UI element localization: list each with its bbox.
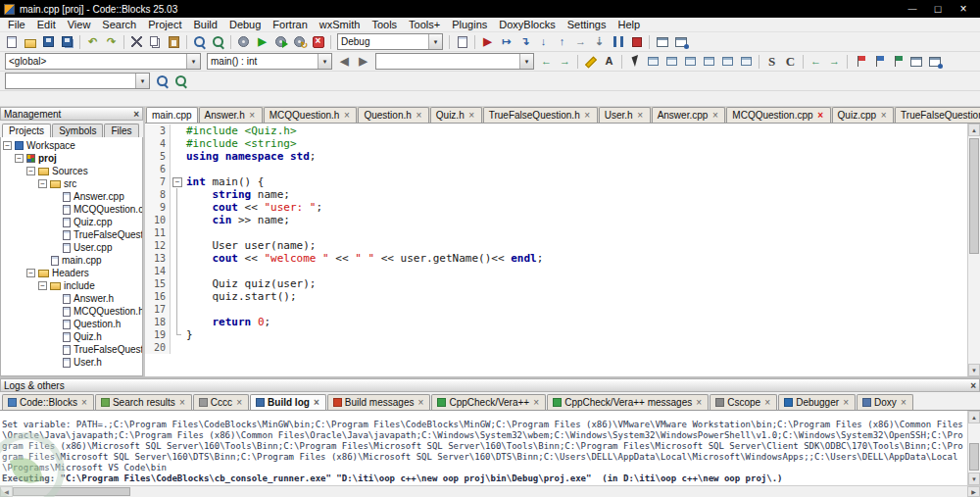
line-number[interactable]: 3 bbox=[145, 124, 171, 137]
wxsmith-widget-1-button[interactable] bbox=[644, 53, 662, 71]
tree-expander-icon[interactable]: − bbox=[26, 167, 35, 175]
line-number[interactable]: 17 bbox=[145, 303, 171, 316]
bookmarks-menu-button[interactable] bbox=[925, 53, 944, 71]
highlight-occurrences-button[interactable] bbox=[581, 53, 600, 71]
tab-close-icon[interactable] bbox=[583, 111, 592, 120]
break-debugger-button[interactable] bbox=[609, 33, 627, 51]
maximize-button[interactable] bbox=[925, 0, 951, 18]
line-number[interactable]: 5 bbox=[145, 150, 171, 163]
menu-item-settings[interactable]: Settings bbox=[562, 19, 612, 30]
wxsmith-widget-3-button[interactable] bbox=[681, 53, 700, 71]
tree-expander-icon[interactable]: − bbox=[15, 154, 24, 163]
code-line[interactable]: 9 cout << "user: "; bbox=[145, 201, 967, 214]
line-number[interactable]: 16 bbox=[145, 290, 171, 303]
code-line[interactable]: 14 bbox=[145, 265, 967, 277]
goto-prev-function-button[interactable]: ◀ bbox=[335, 53, 354, 71]
goto-next-function-button[interactable]: ▶ bbox=[354, 53, 372, 71]
code-line[interactable]: 6 bbox=[145, 163, 967, 175]
save-button[interactable] bbox=[39, 33, 58, 51]
tab-close-icon[interactable] bbox=[763, 399, 771, 407]
find-button[interactable] bbox=[190, 33, 209, 51]
tab-close-icon[interactable] bbox=[900, 399, 907, 407]
run-to-cursor-button[interactable]: ↦ bbox=[497, 33, 515, 51]
management-tab-files[interactable]: Files bbox=[104, 124, 138, 137]
menu-item-edit[interactable]: Edit bbox=[31, 19, 62, 30]
tab-close-icon[interactable] bbox=[416, 399, 424, 407]
rebuild-button[interactable] bbox=[290, 33, 309, 51]
line-number[interactable]: 13 bbox=[145, 252, 171, 265]
tree-item-sources[interactable]: −Sources bbox=[1, 165, 142, 177]
scrollbar-thumb[interactable] bbox=[969, 138, 979, 254]
scroll-right-icon[interactable] bbox=[967, 486, 980, 497]
fold-margin[interactable] bbox=[171, 175, 182, 188]
dropdown-arrow-icon[interactable] bbox=[519, 54, 533, 69]
line-number[interactable]: 7 bbox=[145, 175, 171, 188]
management-tab-symbols[interactable]: Symbols bbox=[52, 124, 103, 137]
menu-item-tools[interactable]: Tools bbox=[366, 19, 403, 30]
horizontal-scrollbar[interactable] bbox=[0, 485, 980, 497]
tab-close-icon[interactable] bbox=[342, 111, 351, 120]
line-number[interactable]: 8 bbox=[145, 188, 171, 201]
editor-tab-mcqquestion-cpp[interactable]: MCQQuestion.cpp bbox=[726, 107, 830, 123]
next-instruction-button[interactable]: → bbox=[571, 33, 590, 51]
tree-item-answer-h[interactable]: Answer.h bbox=[1, 292, 142, 305]
code-line[interactable]: 8 string name; bbox=[145, 188, 967, 201]
goto-implementation-button[interactable]: → bbox=[556, 53, 574, 71]
log-tab-cppcheck-vera[interactable]: CppCheck/Vera++ bbox=[431, 394, 546, 410]
scroll-up-icon[interactable] bbox=[968, 411, 980, 423]
tab-close-icon[interactable] bbox=[636, 111, 645, 120]
replace-button[interactable] bbox=[209, 33, 227, 51]
menu-item-file[interactable]: File bbox=[2, 19, 31, 30]
function-combo[interactable]: main() : int bbox=[207, 53, 332, 70]
tree-item-proj[interactable]: −proj bbox=[1, 152, 142, 165]
tree-item-include[interactable]: −include bbox=[1, 279, 142, 292]
line-number[interactable]: 18 bbox=[145, 316, 171, 328]
tab-close-icon[interactable] bbox=[710, 111, 719, 120]
tree-expander-icon[interactable]: − bbox=[38, 179, 47, 188]
code-completion-combo[interactable] bbox=[375, 53, 534, 70]
tree-item-question-h[interactable]: Question.h bbox=[1, 318, 142, 330]
menu-item-debug[interactable]: Debug bbox=[223, 19, 267, 30]
menu-item-wxsmith[interactable]: wxSmith bbox=[314, 19, 367, 30]
line-number[interactable]: 20 bbox=[145, 341, 171, 354]
jump-back-button[interactable]: ← bbox=[807, 53, 825, 71]
wxsmith-widget-2-button[interactable] bbox=[662, 53, 681, 71]
code-line[interactable]: 12 User user(name); bbox=[145, 239, 967, 252]
tab-close-icon[interactable] bbox=[467, 111, 476, 120]
search-options-button[interactable] bbox=[172, 73, 190, 90]
scroll-up-icon[interactable] bbox=[968, 124, 980, 136]
toolbar-c-button[interactable]: C bbox=[781, 53, 800, 71]
minimize-button[interactable] bbox=[900, 0, 925, 18]
menu-item-help[interactable]: Help bbox=[612, 19, 646, 30]
tree-expander-icon[interactable]: − bbox=[38, 281, 47, 290]
build-target-combo[interactable]: Debug bbox=[337, 33, 443, 50]
line-number[interactable]: 10 bbox=[145, 214, 171, 226]
line-number[interactable]: 14 bbox=[145, 265, 171, 277]
tree-expander-icon[interactable]: − bbox=[3, 141, 12, 150]
new-file-button[interactable] bbox=[2, 33, 21, 51]
tree-item-quiz-cpp[interactable]: Quiz.cpp bbox=[1, 216, 142, 228]
tab-close-icon[interactable] bbox=[415, 111, 423, 120]
log-tab-search-results[interactable]: Search results bbox=[95, 394, 192, 410]
log-tab-cppcheck-vera-messages[interactable]: CppCheck/Vera++ messages bbox=[547, 394, 709, 410]
code-line[interactable]: 15 Quiz quiz(user); bbox=[145, 277, 967, 290]
scroll-down-icon[interactable] bbox=[968, 364, 980, 376]
debugging-windows-button[interactable] bbox=[653, 33, 671, 51]
tab-close-icon[interactable] bbox=[695, 399, 703, 407]
line-number[interactable]: 9 bbox=[145, 201, 171, 214]
management-panel-header[interactable]: Management bbox=[0, 107, 143, 121]
step-into-instruction-button[interactable]: ⇣ bbox=[590, 33, 609, 51]
tab-close-icon[interactable] bbox=[313, 399, 320, 407]
scroll-down-icon[interactable] bbox=[968, 472, 980, 485]
log-tab-code-blocks[interactable]: Code::Blocks bbox=[2, 394, 94, 410]
tree-item-main-cpp[interactable]: main.cpp bbox=[1, 254, 142, 267]
line-number[interactable]: 15 bbox=[145, 277, 171, 290]
tree-item-mcqquestion-cp[interactable]: MCQQuestion.cp bbox=[1, 203, 142, 216]
wxsmith-widget-6-button[interactable] bbox=[737, 53, 756, 71]
editor-tab-main-cpp[interactable]: main.cpp bbox=[146, 107, 198, 123]
tab-close-icon[interactable] bbox=[879, 111, 888, 120]
debug-continue-button[interactable]: ▶ bbox=[478, 33, 497, 51]
tree-item-user-cpp[interactable]: User.cpp bbox=[1, 241, 142, 254]
cut-button[interactable] bbox=[127, 33, 146, 51]
tree-item-quiz-h[interactable]: Quiz.h bbox=[1, 330, 142, 343]
